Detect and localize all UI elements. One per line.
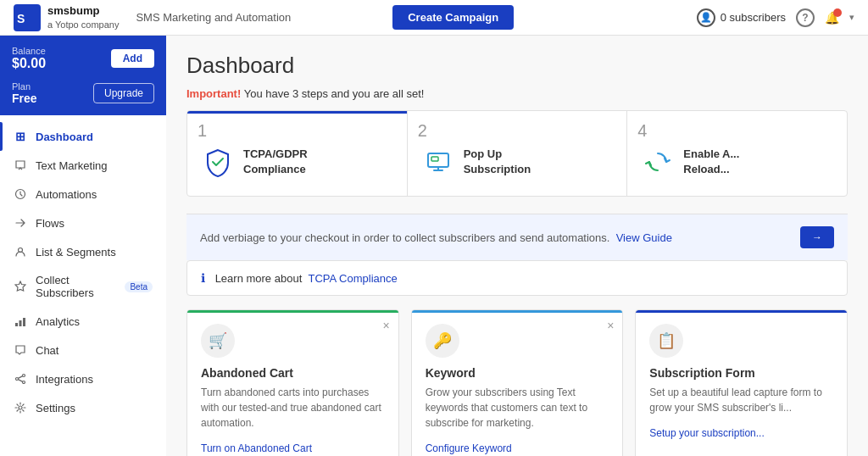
abandoned-cart-link[interactable]: Turn on Abandoned Cart bbox=[201, 442, 312, 454]
chat-icon bbox=[14, 343, 27, 357]
list-segments-icon bbox=[14, 245, 27, 259]
balance-info: Balance $0.00 bbox=[12, 46, 46, 71]
balance-amount: $0.00 bbox=[12, 56, 46, 71]
svg-text:S: S bbox=[17, 12, 25, 25]
card-top-bar-indigo bbox=[636, 310, 847, 313]
card-top-bar-green bbox=[187, 310, 398, 313]
svg-rect-5 bbox=[19, 320, 22, 326]
sidebar-item-label: Integrations bbox=[36, 373, 93, 386]
dashboard-icon: ⊞ bbox=[14, 130, 27, 143]
svg-rect-6 bbox=[23, 318, 25, 326]
bell-badge bbox=[833, 8, 842, 17]
compliance-icon: ℹ bbox=[201, 271, 205, 285]
tcpa-link[interactable]: TCPA Compliance bbox=[308, 272, 397, 285]
topnav-right: 👤 0 subscribers ? 🔔 ▾ bbox=[697, 8, 854, 27]
sidebar-item-text-marketing[interactable]: Text Marketing bbox=[0, 151, 166, 180]
sidebar-item-analytics[interactable]: Analytics bbox=[0, 307, 166, 336]
refresh-icon bbox=[641, 145, 675, 179]
abandoned-cart-close-button[interactable]: × bbox=[382, 319, 389, 332]
bell-icon[interactable]: 🔔 bbox=[825, 11, 839, 25]
keyword-close-button[interactable]: × bbox=[607, 319, 614, 332]
important-desc: You have 3 steps and you are all set! bbox=[244, 87, 425, 100]
help-icon[interactable]: ? bbox=[796, 8, 815, 27]
sidebar-item-label: List & Segments bbox=[36, 246, 116, 259]
info-bar-button[interactable]: → bbox=[800, 226, 834, 248]
user-icon: 👤 bbox=[697, 8, 715, 27]
step-4: 4 Enable A...Reload... bbox=[627, 111, 847, 196]
cards-row: × 🛒 Abandoned Cart Turn abandoned carts … bbox=[186, 309, 848, 456]
sidebar-item-dashboard[interactable]: ⊞ Dashboard bbox=[0, 122, 166, 151]
svg-rect-12 bbox=[431, 157, 438, 161]
balance-label: Balance bbox=[12, 46, 46, 56]
logo-sub: a Yotpo company bbox=[47, 19, 119, 30]
plan-value: Free bbox=[12, 92, 37, 105]
plan-label: Plan bbox=[12, 81, 37, 92]
tagline: SMS Marketing and Automation bbox=[136, 11, 291, 24]
key-icon: 🔑 bbox=[426, 324, 459, 358]
svg-point-10 bbox=[19, 406, 22, 409]
collect-subscribers-icon bbox=[14, 280, 27, 293]
keyword-link[interactable]: Configure Keyword bbox=[426, 442, 512, 454]
logo-main: smsbump bbox=[47, 4, 119, 19]
automations-icon bbox=[14, 187, 27, 201]
analytics-icon bbox=[14, 314, 27, 328]
card-top-bar-blue bbox=[412, 310, 623, 313]
monitor-icon bbox=[421, 145, 455, 179]
step-number-2: 2 bbox=[418, 121, 427, 141]
view-guide-link[interactable]: View Guide bbox=[616, 231, 672, 244]
layout: Balance $0.00 Add Plan Free Upgrade ⊞ Da… bbox=[0, 36, 868, 456]
sidebar-item-list-segments[interactable]: List & Segments bbox=[0, 237, 166, 266]
subscribers-button[interactable]: 👤 0 subscribers bbox=[697, 8, 786, 27]
flows-icon bbox=[14, 216, 27, 230]
keyword-desc: Grow your subscribers using Text keyword… bbox=[426, 385, 609, 431]
step-number-4: 4 bbox=[637, 121, 647, 141]
step-active-bar bbox=[187, 111, 407, 114]
sidebar-item-chat[interactable]: Chat bbox=[0, 336, 166, 364]
abandoned-cart-desc: Turn abandoned carts into purchases with… bbox=[201, 385, 385, 431]
step-number-1: 1 bbox=[198, 121, 207, 141]
sidebar-item-collect-subscribers[interactable]: Collect Subscribers Beta bbox=[0, 266, 166, 307]
page-title: Dashboard bbox=[186, 53, 848, 79]
keyword-title: Keyword bbox=[426, 366, 609, 380]
chevron-down-icon[interactable]: ▾ bbox=[849, 12, 854, 23]
sidebar-item-label: Automations bbox=[36, 188, 97, 201]
beta-badge: Beta bbox=[125, 281, 153, 292]
info-text: Add verbiage to your checkout in order t… bbox=[200, 231, 672, 244]
sidebar-item-integrations[interactable]: Integrations bbox=[0, 364, 166, 393]
sidebar-item-settings[interactable]: Settings bbox=[0, 393, 166, 422]
subscription-form-card: 📋 Subscription Form Set up a beautiful l… bbox=[635, 309, 848, 456]
important-label: Important! bbox=[186, 87, 241, 100]
svg-rect-4 bbox=[15, 323, 18, 326]
sidebar: Balance $0.00 Add Plan Free Upgrade ⊞ Da… bbox=[0, 36, 166, 456]
step-content-1: TCPA/GDPRCompliance bbox=[201, 128, 308, 179]
keyword-card: × 🔑 Keyword Grow your subscribers using … bbox=[411, 309, 624, 456]
shield-icon bbox=[201, 145, 235, 179]
sidebar-item-label: Settings bbox=[36, 402, 75, 414]
svg-point-7 bbox=[16, 378, 19, 381]
sidebar-nav: ⊞ Dashboard Text Marketing Automations bbox=[0, 115, 166, 456]
steps-container: 1 TCPA/GDPRCompliance 2 bbox=[186, 110, 848, 197]
sidebar-balance: Balance $0.00 Add bbox=[0, 36, 166, 78]
step-content-2: Pop UpSubscription bbox=[421, 128, 531, 179]
upgrade-button[interactable]: Upgrade bbox=[93, 83, 154, 103]
create-campaign-button[interactable]: Create Campaign bbox=[392, 5, 514, 30]
plan-info: Plan Free bbox=[12, 81, 37, 105]
important-banner: Important! You have 3 steps and you are … bbox=[186, 87, 848, 100]
sidebar-item-label: Text Marketing bbox=[36, 159, 108, 172]
topnav: S smsbump a Yotpo company SMS Marketing … bbox=[0, 0, 868, 36]
form-icon: 📋 bbox=[649, 324, 683, 358]
compliance-notice: ℹ Learn more about TCPA Compliance bbox=[186, 260, 848, 296]
info-bar: Add verbiage to your checkout in order t… bbox=[186, 214, 848, 260]
step-label-4: Enable A...Reload... bbox=[683, 147, 739, 177]
logo-text: smsbump a Yotpo company bbox=[47, 4, 119, 31]
subscription-form-link[interactable]: Setup your subscription... bbox=[649, 427, 764, 439]
sidebar-item-automations[interactable]: Automations bbox=[0, 180, 166, 209]
settings-icon bbox=[14, 401, 27, 414]
abandoned-cart-card: × 🛒 Abandoned Cart Turn abandoned carts … bbox=[186, 309, 399, 456]
text-marketing-icon bbox=[14, 158, 27, 172]
sidebar-item-label: Dashboard bbox=[36, 131, 93, 143]
step-1: 1 TCPA/GDPRCompliance bbox=[187, 111, 408, 196]
sidebar-item-flows[interactable]: Flows bbox=[0, 209, 166, 237]
add-balance-button[interactable]: Add bbox=[111, 49, 154, 68]
cart-icon: 🛒 bbox=[201, 324, 235, 358]
